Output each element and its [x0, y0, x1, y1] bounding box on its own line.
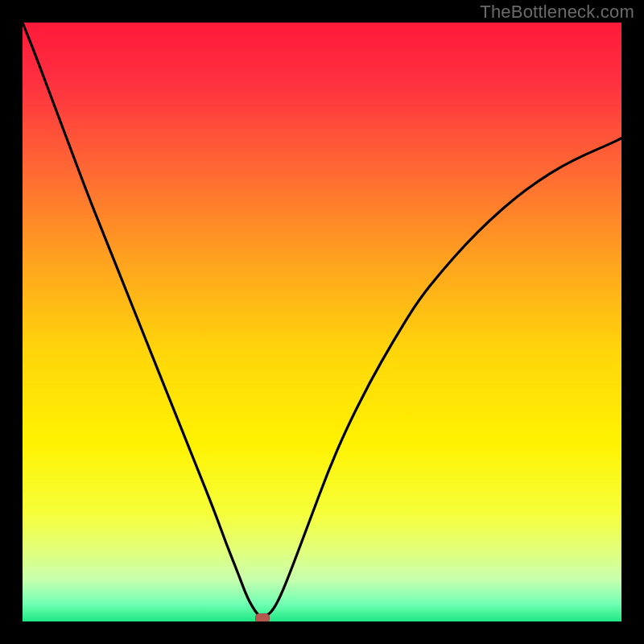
- plot-area: [23, 23, 621, 621]
- bottleneck-curve: [23, 23, 621, 621]
- watermark-text: TheBottleneck.com: [480, 2, 634, 23]
- bottleneck-marker: [255, 613, 270, 621]
- chart-frame: TheBottleneck.com: [0, 0, 644, 644]
